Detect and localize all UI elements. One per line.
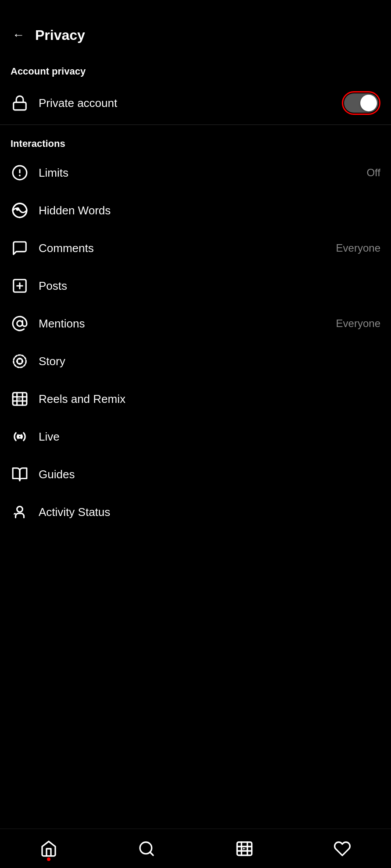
mentions-item[interactable]: Mentions Everyone (0, 305, 391, 342)
bottom-nav (0, 829, 391, 868)
home-icon (40, 840, 57, 857)
search-icon (138, 840, 155, 857)
comments-item[interactable]: Comments Everyone (0, 229, 391, 267)
activity-left: Activity Status (11, 503, 110, 521)
heart-icon (334, 840, 351, 857)
posts-icon (11, 277, 29, 295)
hidden-words-icon (11, 201, 29, 220)
limits-left: Limits (11, 164, 68, 182)
story-icon (11, 352, 29, 370)
live-item[interactable]: Live (0, 418, 391, 455)
live-icon (11, 427, 29, 446)
live-label: Live (39, 430, 60, 444)
story-label: Story (39, 355, 65, 368)
back-button[interactable]: ← (11, 26, 26, 44)
reels-remix-item[interactable]: Reels and Remix (0, 380, 391, 418)
toggle-knob (360, 95, 377, 111)
nav-home[interactable] (31, 836, 66, 862)
reels-icon (11, 390, 29, 408)
interactions-label: Interactions (0, 125, 391, 154)
mentions-icon (11, 314, 29, 333)
mentions-left: Mentions (11, 314, 85, 333)
reels-remix-left: Reels and Remix (11, 390, 126, 408)
nav-activity[interactable] (325, 836, 360, 862)
comments-icon (11, 239, 29, 257)
activity-status-label: Activity Status (39, 505, 110, 519)
mentions-value: Everyone (336, 317, 380, 330)
svg-rect-0 (14, 102, 26, 110)
page-title: Privacy (35, 27, 85, 43)
header: ← Privacy (0, 0, 391, 53)
activity-status-item[interactable]: Activity Status (0, 493, 391, 531)
svg-point-9 (17, 321, 23, 327)
limits-value: Off (366, 167, 380, 179)
private-account-label: Private account (39, 96, 117, 110)
svg-point-22 (18, 435, 21, 438)
comments-left: Comments (11, 239, 94, 257)
reels-nav-icon (236, 840, 253, 857)
private-account-item[interactable]: Private account (0, 82, 391, 125)
account-privacy-section: Account privacy Private account (0, 53, 391, 125)
svg-point-23 (17, 506, 23, 512)
limits-icon (11, 164, 29, 182)
comments-label: Comments (39, 242, 94, 255)
posts-left: Posts (11, 277, 67, 295)
posts-item[interactable]: Posts (0, 267, 391, 305)
mentions-label: Mentions (39, 317, 85, 331)
hidden-words-label: Hidden Words (39, 204, 111, 217)
story-item[interactable]: Story (0, 342, 391, 380)
svg-point-11 (14, 355, 26, 368)
lock-icon (11, 94, 29, 112)
account-privacy-label: Account privacy (0, 53, 391, 82)
guides-icon (11, 465, 29, 484)
svg-marker-21 (18, 398, 21, 399)
live-left: Live (11, 427, 60, 446)
private-account-toggle-wrapper (342, 91, 380, 115)
story-left: Story (11, 352, 65, 370)
hidden-words-left: Hidden Words (11, 201, 111, 220)
comments-value: Everyone (336, 242, 380, 254)
limits-item[interactable]: Limits Off (0, 154, 391, 192)
posts-label: Posts (39, 279, 67, 293)
interactions-section: Interactions Limits Off (0, 125, 391, 531)
nav-search[interactable] (129, 836, 164, 862)
hidden-words-item[interactable]: Hidden Words (0, 192, 391, 229)
back-arrow-icon: ← (12, 28, 25, 42)
guides-label: Guides (39, 468, 75, 481)
home-notification-dot (47, 857, 50, 861)
private-account-left: Private account (11, 94, 117, 112)
nav-reels[interactable] (227, 836, 262, 862)
svg-point-5 (17, 208, 19, 210)
private-account-toggle[interactable] (344, 93, 378, 113)
activity-icon (11, 503, 29, 521)
reels-remix-label: Reels and Remix (39, 392, 126, 406)
guides-item[interactable]: Guides (0, 455, 391, 493)
svg-marker-31 (243, 848, 246, 849)
guides-left: Guides (11, 465, 75, 484)
limits-label: Limits (39, 166, 68, 180)
svg-line-25 (150, 852, 153, 855)
